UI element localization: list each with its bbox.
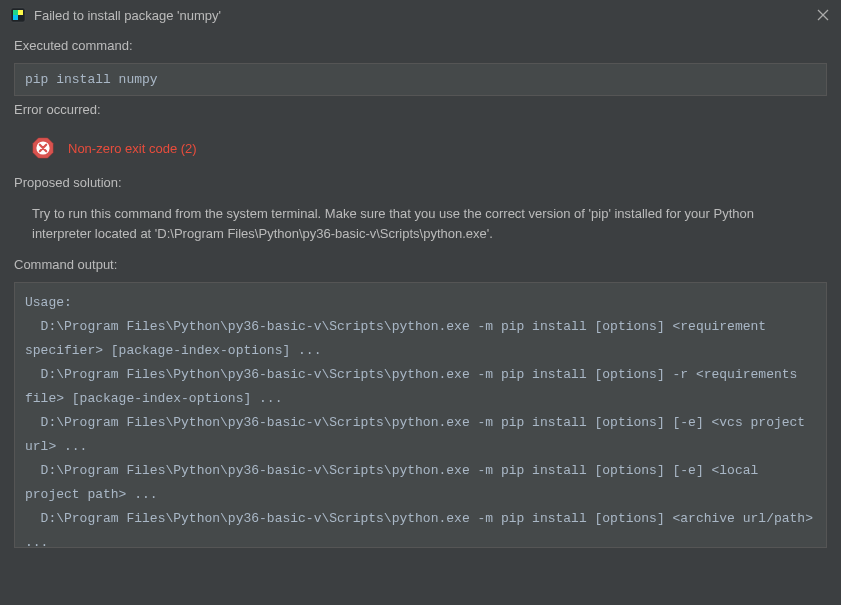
command-output-box[interactable]: Usage: D:\Program Files\Python\py36-basi… (14, 282, 827, 548)
command-output-label: Command output: (14, 257, 827, 272)
svg-rect-1 (13, 10, 18, 15)
dialog-content: Executed command: pip install numpy Erro… (0, 38, 841, 562)
proposed-solution-label: Proposed solution: (14, 175, 827, 190)
close-icon[interactable] (815, 7, 831, 23)
proposed-solution-text: Try to run this command from the system … (14, 200, 804, 251)
dialog-title: Failed to install package 'numpy' (34, 8, 815, 23)
executed-command-label: Executed command: (14, 38, 827, 53)
error-occurred-label: Error occurred: (14, 102, 827, 117)
svg-rect-3 (13, 15, 18, 20)
svg-rect-2 (18, 10, 23, 15)
app-icon (10, 7, 26, 23)
executed-command-box[interactable]: pip install numpy (14, 63, 827, 96)
titlebar: Failed to install package 'numpy' (0, 0, 841, 32)
error-message: Non-zero exit code (2) (68, 141, 197, 156)
error-icon (32, 137, 54, 159)
error-row: Non-zero exit code (2) (14, 127, 827, 169)
